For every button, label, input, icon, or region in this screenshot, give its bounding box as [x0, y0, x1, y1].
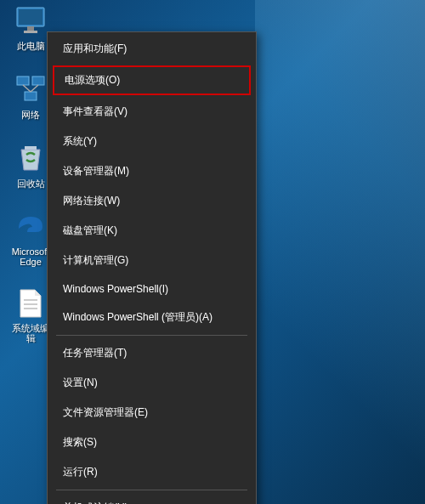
desktop-icon-file[interactable]: 系统域编辑: [10, 287, 51, 343]
menu-item[interactable]: 系统(Y): [48, 127, 256, 156]
svg-rect-5: [32, 76, 44, 85]
menu-item[interactable]: 应用和功能(F): [48, 34, 256, 64]
desktop-icon-network[interactable]: 网络: [10, 73, 51, 122]
svg-rect-3: [24, 31, 37, 33]
menu-item[interactable]: 文件资源管理器(E): [48, 398, 256, 428]
menu-item[interactable]: 搜索(S): [48, 428, 256, 457]
menu-item[interactable]: 磁盘管理(K): [48, 216, 256, 246]
edge-icon: [14, 211, 47, 243]
menu-separator: [56, 335, 247, 336]
this-pc-icon: [14, 4, 47, 37]
menu-item[interactable]: 关机或注销(U): [48, 493, 256, 504]
desktop-icon-recycle-bin[interactable]: 回收站: [10, 142, 51, 190]
svg-line-8: [31, 85, 38, 92]
menu-item[interactable]: 事件查看器(V): [48, 97, 256, 127]
file-icon: [14, 287, 47, 320]
menu-item[interactable]: Windows PowerShell(I): [48, 275, 256, 303]
svg-line-7: [23, 85, 31, 92]
menu-item[interactable]: 计算机管理(G): [48, 246, 256, 275]
desktop-icons-column: 此电脑 网络 回收站 Mic: [10, 4, 51, 343]
svg-rect-6: [25, 92, 37, 100]
menu-item[interactable]: 任务管理器(T): [48, 338, 256, 368]
menu-item[interactable]: 网络连接(W): [48, 186, 256, 216]
desktop-icon-label: 网络: [21, 109, 40, 122]
menu-item[interactable]: 设置(N): [48, 368, 256, 398]
svg-rect-9: [25, 146, 37, 150]
network-icon: [14, 73, 47, 105]
menu-item[interactable]: 设备管理器(M): [48, 156, 256, 186]
svg-rect-2: [27, 26, 34, 31]
desktop-icon-label: Microsoft Edge: [10, 246, 51, 267]
svg-rect-1: [19, 9, 42, 25]
menu-item[interactable]: Windows PowerShell (管理员)(A): [48, 303, 256, 332]
desktop-icon-edge[interactable]: Microsoft Edge: [10, 211, 51, 267]
menu-item[interactable]: 电源选项(O): [53, 65, 251, 95]
desktop-icon-label: 系统域编辑: [10, 323, 51, 343]
menu-item[interactable]: 运行(R): [48, 457, 256, 487]
desktop-icon-label: 此电脑: [17, 40, 45, 53]
winx-context-menu: 应用和功能(F)电源选项(O)事件查看器(V)系统(Y)设备管理器(M)网络连接…: [47, 31, 257, 504]
menu-separator: [56, 490, 247, 490]
svg-rect-4: [17, 76, 29, 85]
desktop-icon-this-pc[interactable]: 此电脑: [10, 4, 51, 53]
recycle-bin-icon: [14, 142, 47, 174]
desktop-icon-label: 回收站: [17, 178, 45, 190]
